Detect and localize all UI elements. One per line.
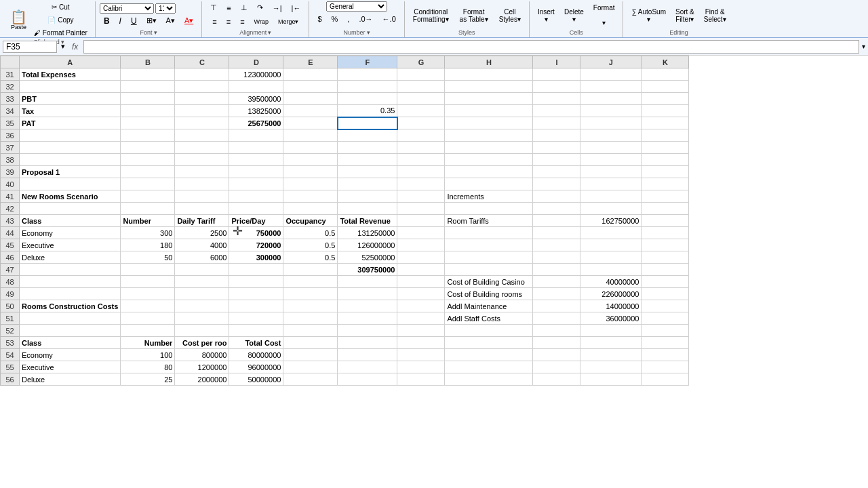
cell-55-H[interactable]: [445, 361, 533, 373]
align-right-button[interactable]: ≡: [236, 16, 248, 28]
col-header-D[interactable]: D: [229, 56, 283, 68]
find-select-button[interactable]: Find &Select▾: [700, 6, 730, 25]
copy-button[interactable]: 📄 Copy: [31, 14, 91, 26]
cell-42-K[interactable]: [642, 203, 689, 215]
cell-37-D[interactable]: [229, 142, 283, 154]
cell-32-J[interactable]: [580, 81, 642, 93]
cell-45-B[interactable]: 180: [121, 239, 175, 251]
cell-38-G[interactable]: [397, 154, 445, 166]
cell-44-J[interactable]: [580, 227, 642, 239]
cell-41-F[interactable]: [338, 190, 397, 203]
cell-45-D[interactable]: 720000: [229, 239, 283, 251]
cell-39-F[interactable]: [338, 166, 397, 178]
row-header-47[interactable]: 47: [1, 264, 20, 276]
cell-46-F[interactable]: 52500000: [338, 251, 397, 264]
cell-40-D[interactable]: [229, 178, 283, 190]
cell-34-H[interactable]: [445, 105, 533, 117]
cell-45-J[interactable]: [580, 239, 642, 251]
cell-33-D[interactable]: 39500000: [229, 93, 283, 105]
row-header-32[interactable]: 32: [1, 81, 20, 93]
cell-47-F[interactable]: 309750000: [338, 264, 397, 276]
cell-44-F[interactable]: 131250000: [338, 227, 397, 239]
cell-48-C[interactable]: [175, 276, 229, 288]
cell-52-D[interactable]: [229, 325, 283, 337]
cell-35-K[interactable]: [642, 117, 689, 129]
cell-37-H[interactable]: [445, 142, 533, 154]
cell-47-K[interactable]: [642, 264, 689, 276]
cell-42-D[interactable]: [229, 203, 283, 215]
row-header-45[interactable]: 45: [1, 239, 20, 251]
cell-39-G[interactable]: [397, 166, 445, 178]
cell-31-C[interactable]: [175, 68, 229, 81]
cell-55-C[interactable]: 1200000: [175, 361, 229, 373]
cell-44-E[interactable]: 0.5: [283, 227, 338, 239]
percent-button[interactable]: %: [328, 13, 342, 25]
cell-52-G[interactable]: [397, 325, 445, 337]
cell-53-D[interactable]: Total Cost: [229, 337, 283, 349]
cell-56-F[interactable]: [338, 373, 397, 386]
number-format-select[interactable]: General: [326, 1, 387, 12]
align-center-button[interactable]: ≡: [222, 16, 235, 28]
align-bottom-button[interactable]: ⊥: [237, 1, 252, 14]
col-header-C[interactable]: C: [175, 56, 229, 68]
cell-51-J[interactable]: 36000000: [580, 312, 642, 325]
cell-41-I[interactable]: [533, 190, 580, 203]
cell-32-I[interactable]: [533, 81, 580, 93]
cell-42-F[interactable]: [338, 203, 397, 215]
cell-41-D[interactable]: [229, 190, 283, 203]
row-header-33[interactable]: 33: [1, 93, 20, 105]
cell-36-A[interactable]: [20, 129, 121, 142]
cell-42-E[interactable]: [283, 203, 338, 215]
cell-55-G[interactable]: [397, 361, 445, 373]
cell-36-C[interactable]: [175, 129, 229, 142]
number-expand-icon[interactable]: ▾: [367, 29, 370, 36]
cell-37-C[interactable]: [175, 142, 229, 154]
cell-45-F[interactable]: 126000000: [338, 239, 397, 251]
cell-34-C[interactable]: [175, 105, 229, 117]
cell-53-A[interactable]: Class: [20, 337, 121, 349]
cell-50-J[interactable]: 14000000: [580, 300, 642, 312]
cell-38-F[interactable]: [338, 154, 397, 166]
cell-54-D[interactable]: 80000000: [229, 349, 283, 361]
cell-45-C[interactable]: 4000: [175, 239, 229, 251]
cell-45-K[interactable]: [642, 239, 689, 251]
row-header-49[interactable]: 49: [1, 288, 20, 300]
cell-31-H[interactable]: [445, 68, 533, 81]
cell-38-I[interactable]: [533, 154, 580, 166]
cell-44-K[interactable]: [642, 227, 689, 239]
align-left-button[interactable]: ≡: [208, 16, 220, 28]
cell-48-E[interactable]: [283, 276, 338, 288]
cell-37-K[interactable]: [642, 142, 689, 154]
cell-53-B[interactable]: Number: [121, 337, 175, 349]
cell-52-E[interactable]: [283, 325, 338, 337]
cell-55-D[interactable]: 96000000: [229, 361, 283, 373]
cell-35-A[interactable]: PAT: [20, 117, 121, 129]
row-header-55[interactable]: 55: [1, 361, 20, 373]
col-header-J[interactable]: J: [580, 56, 642, 68]
cell-45-A[interactable]: Executive: [20, 239, 121, 251]
cell-43-D[interactable]: Price/Day: [229, 215, 283, 227]
cell-44-B[interactable]: 300: [121, 227, 175, 239]
cell-39-C[interactable]: [175, 166, 229, 178]
cell-43-B[interactable]: Number: [121, 215, 175, 227]
cell-36-J[interactable]: [580, 129, 642, 142]
cell-54-A[interactable]: Economy: [20, 349, 121, 361]
font-color-button[interactable]: A▾: [180, 14, 197, 27]
cell-42-I[interactable]: [533, 203, 580, 215]
cell-43-E[interactable]: Occupancy: [283, 215, 338, 227]
cell-39-I[interactable]: [533, 166, 580, 178]
alignment-expand-icon[interactable]: ▾: [268, 29, 271, 36]
cell-39-B[interactable]: [121, 166, 175, 178]
cell-53-C[interactable]: Cost per roo: [175, 337, 229, 349]
row-header-38[interactable]: 38: [1, 154, 20, 166]
cell-32-H[interactable]: [445, 81, 533, 93]
font-expand-icon[interactable]: ▾: [154, 29, 157, 36]
cell-31-D[interactable]: 123000000: [229, 68, 283, 81]
bold-button[interactable]: B: [100, 14, 114, 28]
cell-34-F[interactable]: 0.35: [338, 105, 397, 117]
cell-47-C[interactable]: [175, 264, 229, 276]
cell-38-H[interactable]: [445, 154, 533, 166]
cell-54-H[interactable]: [445, 349, 533, 361]
row-header-51[interactable]: 51: [1, 312, 20, 325]
cell-43-I[interactable]: [533, 215, 580, 227]
